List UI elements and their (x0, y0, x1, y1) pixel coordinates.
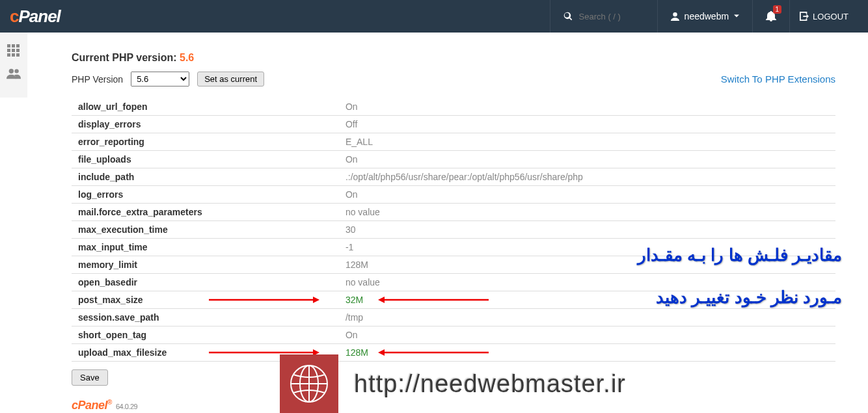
svg-rect-0 (7, 44, 10, 47)
annotation-line2: مـورد نظر خـود تغییـر دهید (638, 276, 842, 319)
option-name: post_max_size (72, 291, 339, 309)
current-version-label: Current PHP version: (72, 52, 177, 63)
footer-version: 64.0.29 (116, 403, 137, 410)
option-name: open_basedir (72, 274, 339, 291)
user-icon (671, 12, 679, 21)
option-value[interactable]: On (339, 186, 835, 204)
php-options-table: allow_url_fopenOndisplay_errorsOfferror_… (72, 98, 835, 362)
option-value[interactable]: On (339, 98, 835, 116)
option-name: max_input_time (72, 239, 339, 256)
option-name: memory_limit (72, 256, 339, 274)
option-name: allow_url_fopen (72, 98, 339, 116)
sidebar (0, 33, 27, 98)
option-value[interactable]: .:/opt/alt/php56/usr/share/pear:/opt/alt… (339, 168, 835, 186)
annotation-arrow-icon (209, 295, 319, 304)
svg-rect-3 (7, 49, 10, 52)
user-menu[interactable]: needwebm (657, 0, 753, 33)
svg-rect-2 (16, 44, 20, 47)
svg-rect-4 (12, 49, 15, 52)
option-row: log_errorsOn (72, 186, 835, 204)
sidebar-grid-icon[interactable] (0, 39, 27, 62)
option-value[interactable]: Off (339, 116, 835, 133)
option-row: short_open_tagOn (72, 326, 835, 344)
option-value[interactable]: no value (339, 204, 835, 221)
annotation-text: مقادیـر فلـش ها را بـه مقـدار مـورد نظر … (638, 234, 842, 319)
cpanel-logo: cPanel (10, 7, 61, 27)
header-bar: cPanel needwebm 1 LOGOUT (0, 0, 868, 33)
svg-rect-6 (7, 53, 10, 57)
option-name: log_errors (72, 186, 339, 204)
option-row: display_errorsOff (72, 116, 835, 133)
option-name: short_open_tag (72, 326, 339, 344)
watermark-banner: http://needwebmaster.ir (280, 354, 626, 413)
php-version-select[interactable]: 5.6 (131, 72, 189, 87)
svg-rect-5 (16, 49, 20, 52)
svg-marker-12 (313, 297, 319, 303)
globe-icon (290, 364, 329, 403)
set-current-button[interactable]: Set as current (197, 72, 264, 87)
svg-point-10 (14, 69, 18, 73)
annotation-line1: مقادیـر فلـش ها را بـه مقـدار (638, 234, 842, 276)
svg-marker-13 (378, 297, 385, 303)
svg-rect-7 (12, 53, 15, 57)
version-label: PHP Version (72, 74, 123, 85)
current-version-value: 5.6 (180, 52, 194, 63)
option-name: include_path (72, 168, 339, 186)
notification-badge: 1 (773, 5, 782, 14)
save-button[interactable]: Save (72, 369, 108, 386)
option-name: max_execution_time (72, 221, 339, 239)
search-icon (563, 12, 573, 21)
notifications[interactable]: 1 (752, 0, 789, 33)
option-row: include_path.:/opt/alt/php56/usr/share/p… (72, 168, 835, 186)
sidebar-users-icon[interactable] (0, 62, 27, 85)
switch-extensions-link[interactable]: Switch To PHP Extensions (721, 73, 835, 85)
chevron-down-icon (734, 14, 739, 19)
search-box[interactable] (550, 0, 657, 33)
svg-rect-8 (16, 53, 20, 57)
option-name: display_errors (72, 116, 339, 133)
footer-cpanel-logo: cPanel®64.0.29 (72, 399, 137, 412)
logout-label: LOGOUT (813, 12, 848, 21)
svg-rect-1 (12, 44, 15, 47)
logout-icon (800, 12, 809, 21)
logout-button[interactable]: LOGOUT (789, 0, 858, 33)
version-selector-row: PHP Version 5.6 Set as current Switch To… (72, 72, 835, 87)
watermark-url: http://needwebmaster.ir (354, 370, 626, 398)
current-version-row: Current PHP version: 5.6 (72, 52, 835, 64)
option-row: mail.force_extra_parametersno value (72, 204, 835, 221)
option-value[interactable]: On (339, 326, 835, 344)
search-input[interactable] (579, 12, 644, 21)
username-label: needwebm (685, 11, 729, 21)
annotation-arrow-icon (378, 295, 489, 304)
option-row: error_reportingE_ALL (72, 133, 835, 151)
option-row: allow_url_fopenOn (72, 98, 835, 116)
option-row: file_uploadsOn (72, 151, 835, 168)
option-name: mail.force_extra_parameters (72, 204, 339, 221)
option-name: file_uploads (72, 151, 339, 168)
option-name: error_reporting (72, 133, 339, 151)
globe-icon-box (280, 354, 338, 413)
svg-point-9 (9, 69, 14, 73)
option-value[interactable]: On (339, 151, 835, 168)
option-name: session.save_path (72, 309, 339, 326)
option-value[interactable]: E_ALL (339, 133, 835, 151)
